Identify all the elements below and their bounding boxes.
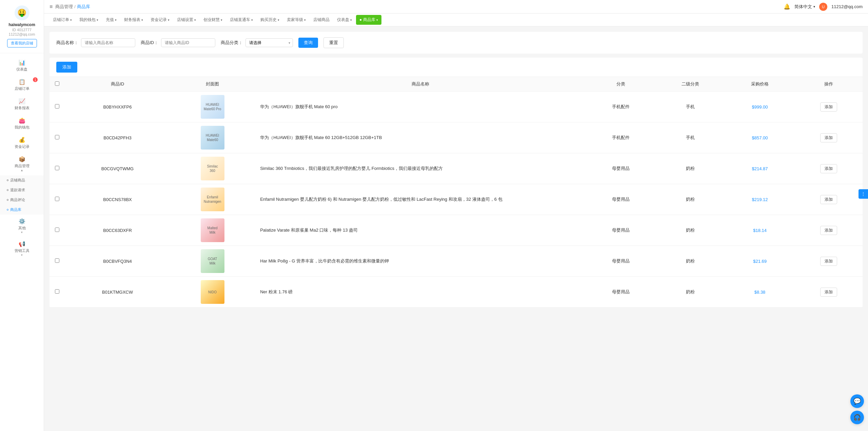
row-sub-category: 奶粉 — [655, 184, 725, 215]
dot-icon — [7, 199, 8, 201]
avatar: 🤑 — [15, 5, 29, 20]
table-row: B0CGVQTWMG Similac360 Similac 360 Trmbio… — [50, 153, 863, 184]
search-id-input[interactable] — [161, 38, 215, 47]
row-checkbox[interactable] — [55, 197, 59, 201]
tab-store-settings[interactable]: 店铺设置 ▾ — [174, 15, 199, 25]
sidebar-item-finance[interactable]: 📈 财务报表 — [0, 95, 44, 114]
sidebar-item-label: 商品管理 — [15, 163, 29, 169]
products-table: 商品ID 封面图 商品名称 分类 二级分类 采购价格 操作 B0BYHXXFP6 — [50, 77, 863, 308]
sidebar-item-inventory[interactable]: 商品库 — [0, 205, 44, 215]
view-store-button[interactable]: 查看我的店铺 — [7, 39, 37, 47]
row-add-button[interactable]: 添加 — [820, 226, 837, 235]
row-add-button[interactable]: 添加 — [820, 195, 837, 204]
row-sub-category: 奶粉 — [655, 215, 725, 246]
sidebar-item-funds[interactable]: 💰 资金记录 — [0, 133, 44, 153]
row-product-id: B0BYHXXFP6 — [65, 92, 170, 122]
funds-icon: 💰 — [19, 137, 25, 143]
right-float-btn[interactable]: ⋮ — [859, 189, 868, 199]
tab-purchase-history[interactable]: 购买历史 ▾ — [257, 15, 283, 25]
chat-icon: 💬 — [853, 397, 861, 405]
chat-float-button[interactable]: 💬 — [850, 394, 864, 408]
sidebar-item-reviews[interactable]: 商品评论 — [0, 195, 44, 205]
sidebar-item-refund[interactable]: 退款请求 — [0, 185, 44, 195]
chevron-down-icon: ▾ — [115, 18, 117, 22]
page-content: 商品名称： 商品ID： 商品分类： 请选择 查询 重置 — [44, 26, 868, 431]
row-sub-category: 奶粉 — [655, 153, 725, 184]
row-price: $999.00 — [725, 92, 795, 122]
row-price: $857.00 — [725, 122, 795, 153]
category-select[interactable]: 请选择 — [245, 38, 293, 47]
sidebar-item-dashboard[interactable]: 📊 仪表盘 — [0, 56, 44, 75]
chevron-down-icon: ▾ — [221, 18, 222, 22]
support-float-button[interactable]: 🎧 — [850, 411, 864, 424]
row-checkbox-cell — [50, 184, 65, 215]
sidebar-item-store-orders[interactable]: 📋 店铺订单 1 — [0, 75, 44, 95]
table-row: B0CC63DXFR MaltedMilk Palatize Varate 和原… — [50, 215, 863, 246]
table-body: B0BYHXXFP6 HUAWEIMate60 Pro 华为（HUAWEI）旗舰… — [50, 92, 863, 308]
tab-direct-store[interactable]: 店铺直通车 ▾ — [226, 15, 256, 25]
tab-store-products[interactable]: 店铺商品 — [310, 15, 333, 25]
row-checkbox[interactable] — [55, 289, 59, 294]
table-row: B01KTMGXCW NIDO Ner 粉末 1.76 磅 母婴用品 奶粉 $8… — [50, 277, 863, 308]
row-add-button[interactable]: 添加 — [820, 102, 837, 112]
category-select-wrapper: 请选择 — [245, 38, 293, 47]
tab-recharge[interactable]: 充值 ▾ — [102, 15, 120, 25]
main-content: ≡ 商品管理 / 商品库 🔔 简体中文 ▾ U 11212@qq.com — [44, 0, 868, 431]
chevron-down-icon: ▾ — [350, 18, 352, 22]
sidebar-item-marketing[interactable]: 📢 营销工具 ▾ — [0, 237, 44, 260]
orders-badge: 1 — [33, 77, 38, 82]
tab-entrepreneurship[interactable]: 创业财慧 ▾ — [200, 15, 226, 25]
table-section: 添加 商品ID 封面图 商品名称 分类 二级分类 采购 — [50, 58, 863, 308]
language-selector[interactable]: 简体中文 ▾ — [794, 4, 815, 10]
search-category-label: 商品分类： — [221, 40, 243, 46]
row-add-button[interactable]: 添加 — [820, 257, 837, 266]
breadcrumb-separator: / — [74, 4, 76, 9]
row-checkbox[interactable] — [55, 104, 59, 109]
row-checkbox[interactable] — [55, 166, 59, 170]
search-name-input[interactable] — [81, 38, 135, 47]
tab-seller-grade[interactable]: 卖家等级 ▾ — [283, 15, 309, 25]
tab-finance[interactable]: 财务报表 ▾ — [121, 15, 146, 25]
topbar-username[interactable]: 11212@qq.com — [831, 4, 863, 9]
row-checkbox[interactable] — [55, 228, 59, 232]
row-add-button[interactable]: 添加 — [820, 288, 837, 297]
row-product-name: 华为（HUAWEI）旗舰手机 Mate 60 12GB+512GB 12GB+1… — [255, 122, 586, 153]
dot-icon — [7, 179, 8, 181]
other-icon: ⚙️ — [19, 218, 25, 224]
row-category: 手机配件 — [586, 92, 655, 122]
sidebar-item-other[interactable]: ⚙️ 其他 ▾ — [0, 215, 44, 237]
select-all-checkbox[interactable] — [55, 81, 59, 86]
sidebar-item-wallet[interactable]: 👛 我的钱包 — [0, 114, 44, 133]
add-product-button[interactable]: 添加 — [56, 62, 77, 73]
tab-store-orders[interactable]: 店铺订单 ▾ — [50, 15, 75, 25]
sidebar-item-product-mgmt[interactable]: 📦 商品管理 ▲ — [0, 153, 44, 175]
tab-funds[interactable]: 资金记录 ▾ — [147, 15, 173, 25]
row-cover-img: GOATMilk — [170, 246, 255, 277]
reset-button[interactable]: 重置 — [323, 37, 344, 48]
table-row: B0CCNS78BX EnfamilNutramigen Enfamil Nut… — [50, 184, 863, 215]
row-cover-img: HUAWEIMate60 Pro — [170, 92, 255, 122]
language-label: 简体中文 — [794, 4, 812, 10]
row-price: $21.69 — [725, 246, 795, 277]
breadcrumb-product-mgmt[interactable]: 商品管理 — [55, 4, 73, 10]
bell-icon[interactable]: 🔔 — [784, 3, 790, 10]
chevron-down-icon: ▾ — [251, 18, 253, 22]
row-add-button[interactable]: 添加 — [820, 133, 837, 142]
row-product-id: B0CC63DXFR — [65, 215, 170, 246]
sidebar-item-store-products[interactable]: 店铺商品 — [0, 175, 44, 185]
menu-icon[interactable]: ≡ — [50, 4, 53, 10]
tab-instruments[interactable]: 仪表盘 ▾ — [334, 15, 355, 25]
row-product-name: Enfamil Nutramigen 婴儿配方奶粉 6) 和 Nutramige… — [255, 184, 586, 215]
row-sub-category: 奶粉 — [655, 277, 725, 308]
row-checkbox-cell — [50, 246, 65, 277]
query-button[interactable]: 查询 — [298, 38, 318, 48]
user-avatar: U — [819, 3, 827, 11]
product-thumbnail: HUAWEIMate60 Pro — [201, 95, 224, 119]
tab-my-wallet[interactable]: 我的钱包 ▾ — [76, 15, 102, 25]
sidebar-item-label: 我的钱包 — [15, 125, 29, 130]
row-add-button[interactable]: 添加 — [820, 164, 837, 173]
search-category-field: 商品分类： 请选择 — [221, 38, 293, 47]
row-checkbox[interactable] — [55, 135, 59, 139]
row-checkbox[interactable] — [55, 258, 59, 263]
tab-inventory[interactable]: ● 商品库 ▾ — [356, 15, 381, 25]
